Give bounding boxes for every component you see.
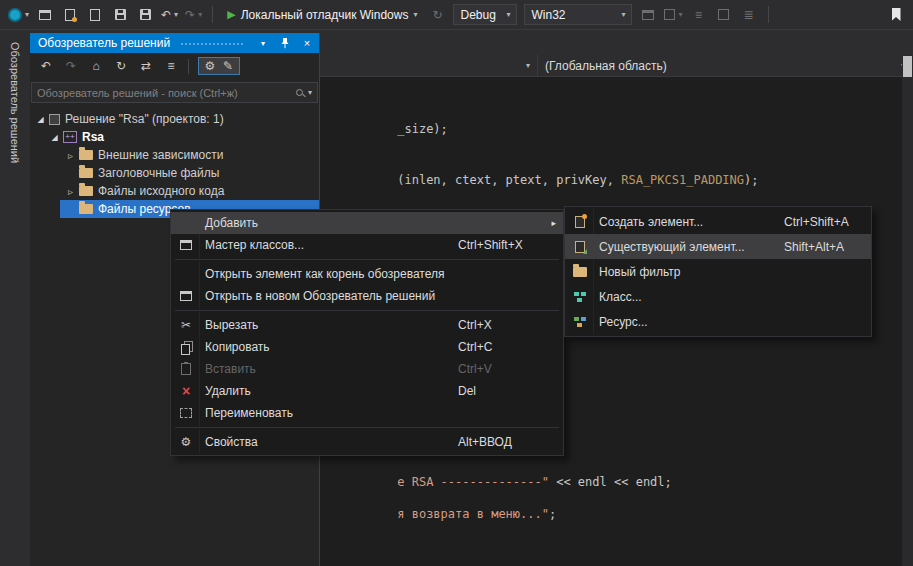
- submenu-arrow-icon: ▸: [544, 218, 556, 228]
- paste-icon: [176, 363, 196, 375]
- pressed-toggle-group: ⚙ ✎: [198, 57, 240, 75]
- pin-button[interactable]: [277, 35, 293, 51]
- navigate-window-icon[interactable]: [36, 5, 54, 25]
- properties-button[interactable]: ⚙: [202, 59, 218, 73]
- code-line: я возврата в меню...";: [325, 493, 556, 535]
- copy-icon: [176, 341, 196, 353]
- refresh-icon: ↻: [116, 59, 126, 73]
- menu-item-rename[interactable]: Переименовать: [171, 402, 563, 424]
- forward-button[interactable]: ↷: [63, 59, 79, 73]
- refresh-button[interactable]: ↻: [113, 59, 129, 73]
- scrollbar-thumb[interactable]: [903, 56, 912, 77]
- platform-combobox[interactable]: Win32 ▾: [524, 4, 632, 25]
- menu-item-paste[interactable]: Вставить Ctrl+V: [171, 358, 563, 380]
- run-label: Локальный отладчик Windows: [241, 8, 409, 22]
- save-all-button[interactable]: [136, 5, 154, 25]
- toolbar-icon[interactable]: ▾: [664, 9, 682, 20]
- toolbar-icon[interactable]: [639, 5, 657, 25]
- collapse-all-button[interactable]: ≡: [163, 59, 179, 73]
- document-icon: [90, 9, 100, 21]
- solution-explorer-vertical-tab[interactable]: Обозреватель решений: [9, 34, 21, 184]
- back-button[interactable]: ↶: [38, 59, 54, 73]
- autohide-tab-strip: Обозреватель решений: [0, 30, 30, 566]
- chevron-down-icon: ▾: [621, 10, 625, 19]
- show-all-files-button[interactable]: ✎: [220, 59, 236, 73]
- code-text: ;: [549, 507, 556, 521]
- toolbar-icon[interactable]: [715, 5, 733, 25]
- configuration-value: Debug: [460, 8, 495, 22]
- menu-separator: [175, 259, 559, 260]
- add-item-button[interactable]: [86, 5, 104, 25]
- bookmark-button[interactable]: [887, 5, 905, 25]
- new-filter-folder-icon: [570, 267, 590, 277]
- tree-item-source-files[interactable]: ▹ Файлы исходного кода: [30, 182, 319, 200]
- scissors-icon: ✂: [176, 318, 196, 332]
- menu-item-existing-item[interactable]: Существующий элемент... Shift+Alt+A: [565, 234, 871, 259]
- new-window-icon: [176, 291, 196, 301]
- menu-item-delete[interactable]: × Удалить Del: [171, 380, 563, 402]
- chevron-down-icon: ▾: [413, 10, 417, 19]
- string-token: е RSA --------------": [397, 475, 549, 489]
- square-icon: [664, 9, 675, 20]
- redo-button[interactable]: ↷▾: [185, 8, 202, 22]
- tree-item-solution[interactable]: ◢ Решение "Rsa" (проектов: 1): [30, 110, 319, 128]
- back-icon: ↶: [41, 59, 51, 73]
- configuration-combobox[interactable]: Debug ▾: [453, 4, 517, 25]
- string-token: я возврата в меню...": [397, 507, 549, 521]
- menu-separator: [175, 310, 559, 311]
- menu-item-new-filter[interactable]: Новый фильтр: [565, 259, 871, 284]
- expander-icon[interactable]: ▹: [64, 186, 77, 197]
- menu-item-scope-to-this[interactable]: Открыть элемент как корень обозревателя: [171, 263, 563, 285]
- folder-icon: [79, 150, 93, 160]
- menu-item-properties[interactable]: ⚙ Свойства Alt+ВВОД: [171, 431, 563, 453]
- refresh-button[interactable]: ↻: [428, 5, 446, 25]
- toolbar-icon[interactable]: ≣: [740, 5, 758, 25]
- window-icon: [642, 10, 654, 20]
- code-text: _size);: [397, 122, 448, 136]
- expander-icon[interactable]: ▹: [64, 150, 77, 161]
- undo-button[interactable]: ↶▾: [161, 8, 178, 22]
- window-position-button[interactable]: ▾: [255, 35, 271, 51]
- home-button[interactable]: ⌂: [88, 59, 104, 73]
- solution-explorer-titlebar[interactable]: Обозреватель решений ▾ ×: [30, 33, 319, 53]
- new-item-icon: [570, 216, 590, 228]
- types-dropdown[interactable]: ▾: [320, 55, 538, 76]
- chevron-down-icon: ▾: [25, 10, 29, 19]
- solution-icon: [49, 114, 60, 125]
- menu-item-class-wizard[interactable]: Мастер классов... Ctrl+Shift+X: [171, 234, 563, 256]
- search-box[interactable]: ▾: [31, 82, 318, 103]
- menu-item-class[interactable]: Класс...: [565, 284, 871, 309]
- menu-separator: [175, 427, 559, 428]
- new-file-icon: [65, 9, 75, 21]
- forward-icon: ↷: [66, 59, 76, 73]
- close-button[interactable]: ×: [299, 35, 315, 51]
- scope-dropdown[interactable]: (Глобальная область) ▾: [538, 55, 913, 76]
- menu-item-add[interactable]: Добавить ▸: [171, 212, 563, 234]
- menu-item-open-in-new-explorer[interactable]: Открыть в новом Обозреватель решений: [171, 285, 563, 307]
- switch-views-button[interactable]: ⇄: [138, 59, 154, 73]
- search-input[interactable]: [37, 87, 291, 99]
- code-text: << endl << endl;: [549, 475, 672, 489]
- tree-item-header-files[interactable]: Заголовочные файлы: [30, 164, 319, 182]
- tree-item-project[interactable]: ◢ Rsa: [30, 128, 319, 146]
- vertical-scrollbar[interactable]: [902, 55, 913, 566]
- menu-item-cut[interactable]: ✂ Вырезать Ctrl+X: [171, 314, 563, 336]
- editor-top-strip: [320, 30, 913, 55]
- tree-item-external-dependencies[interactable]: ▹ Внешние зависимости: [30, 146, 319, 164]
- start-page-button[interactable]: ▾: [8, 8, 29, 22]
- expander-icon[interactable]: ◢: [34, 115, 47, 124]
- ide-window: ▾ ↶▾ ↷▾ ▶ Локальный отладчик Windows ▾ ↻…: [0, 0, 913, 566]
- menu-item-new-item[interactable]: Создать элемент... Ctrl+Shift+A: [565, 209, 871, 234]
- local-debugger-button[interactable]: ▶ Локальный отладчик Windows ▾: [223, 8, 421, 22]
- menu-item-copy[interactable]: Копировать Ctrl+C: [171, 336, 563, 358]
- expander-icon[interactable]: ◢: [48, 133, 61, 142]
- toolbar-icon[interactable]: ≡: [690, 5, 708, 25]
- existing-item-icon: [570, 241, 590, 253]
- tree-label: Заголовочные файлы: [98, 166, 219, 180]
- new-file-button[interactable]: [61, 5, 79, 25]
- tree-label: Решение "Rsa" (проектов: 1): [65, 112, 224, 126]
- code-text: );: [744, 173, 758, 187]
- save-button[interactable]: [111, 5, 129, 25]
- menu-item-resource[interactable]: Ресурс...: [565, 309, 871, 334]
- gear-icon: ⚙: [205, 59, 216, 73]
